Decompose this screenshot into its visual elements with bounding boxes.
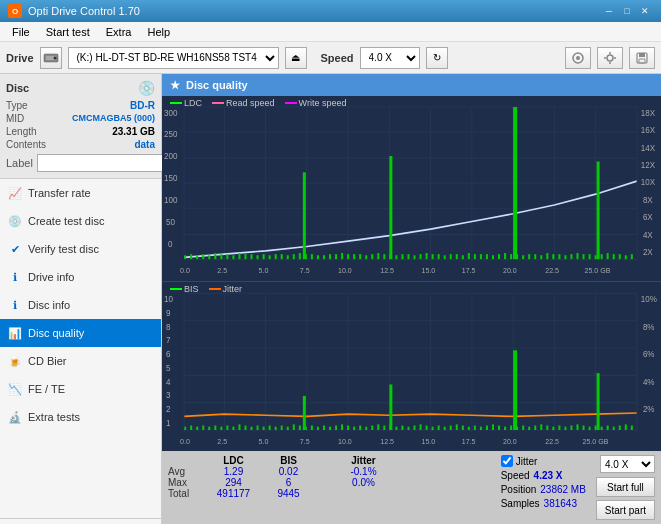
burn-button[interactable] [565,47,591,69]
status-window-button[interactable]: Status window > > [0,518,161,524]
svg-rect-254 [631,426,633,431]
refresh-button[interactable]: ↻ [426,47,448,69]
menu-help[interactable]: Help [139,24,178,40]
svg-text:15.0: 15.0 [422,265,436,274]
svg-text:17.5: 17.5 [462,437,476,447]
svg-text:6: 6 [166,349,171,360]
jitter-col-header: Jitter [336,455,391,466]
read-speed-legend: Read speed [226,98,275,108]
maximize-button[interactable]: □ [619,4,635,18]
sidebar-item-create-test-disc[interactable]: 💿 Create test disc [0,207,161,235]
start-full-button[interactable]: Start full [596,477,655,497]
svg-text:2: 2 [166,404,171,415]
disc-info-label: Disc info [28,299,70,311]
svg-rect-210 [383,426,385,431]
sidebar-item-extra-tests[interactable]: 🔬 Extra tests [0,403,161,431]
save-button[interactable] [629,47,655,69]
svg-text:2%: 2% [643,404,655,415]
start-buttons: Start full Start part [596,477,655,520]
sidebar-item-disc-quality[interactable]: 📊 Disc quality [0,319,161,347]
sidebar-item-verify-test-disc[interactable]: ✔ Verify test disc [0,235,161,263]
disc-mid-label: MID [6,113,24,124]
disc-title: Disc [6,82,29,94]
svg-rect-235 [522,426,524,431]
svg-rect-238 [540,425,542,431]
svg-rect-197 [303,396,306,430]
svg-rect-219 [432,427,434,430]
max-jitter: 0.0% [336,477,391,488]
svg-rect-241 [558,426,560,431]
speed-select-stats[interactable]: 4.0 X [600,455,655,473]
jitter-checkbox[interactable] [501,455,513,467]
sidebar-item-cd-bier[interactable]: 🍺 CD Bier [0,347,161,375]
drive-info-label: Drive info [28,271,74,283]
svg-text:1: 1 [166,417,171,428]
position-row: Position 23862 MB [501,484,586,495]
disc-quality-icon: 📊 [8,326,22,340]
svg-rect-82 [311,254,313,259]
svg-text:50: 50 [166,216,175,226]
svg-rect-200 [323,426,325,431]
minimize-button[interactable]: ─ [601,4,617,18]
svg-rect-135 [597,161,600,259]
close-button[interactable]: ✕ [637,4,653,18]
svg-rect-233 [513,351,517,431]
svg-rect-114 [492,255,494,259]
svg-rect-223 [456,425,458,431]
sidebar-item-transfer-rate[interactable]: 📈 Transfer rate [0,179,161,207]
svg-rect-240 [552,427,554,430]
sidebar-item-fe-te[interactable]: 📉 FE / TE [0,375,161,403]
svg-text:12.5: 12.5 [380,437,394,447]
svg-rect-225 [468,427,470,430]
svg-rect-230 [498,426,500,431]
stats-header-row: LDC BIS Jitter [168,455,391,466]
content-header: ★ Disc quality [162,74,661,96]
disc-label-input[interactable] [37,154,166,172]
disc-length-value: 23.31 GB [112,126,155,137]
svg-text:22.5: 22.5 [545,437,559,447]
disc-mid-row: MID CMCMAGBA5 (000) [6,113,155,124]
start-part-button[interactable]: Start part [596,500,655,520]
svg-text:12.5: 12.5 [380,265,394,274]
chart2: BIS Jitter 10 9 8 7 6 5 4 3 2 [162,282,661,451]
sidebar-item-drive-info[interactable]: ℹ Drive info [0,263,161,291]
disc-quality-label: Disc quality [28,327,84,339]
svg-rect-192 [281,426,283,431]
svg-rect-132 [595,255,597,259]
svg-rect-213 [395,427,397,430]
svg-rect-104 [438,254,440,259]
svg-rect-105 [444,255,446,259]
sidebar-item-disc-info[interactable]: ℹ Disc info [0,291,161,319]
svg-rect-187 [251,427,253,430]
svg-text:10%: 10% [641,294,657,305]
svg-text:3: 3 [166,390,171,401]
svg-rect-217 [420,425,422,431]
svg-text:300: 300 [164,107,178,117]
stats-bar: LDC BIS Jitter Avg 1.29 0.02 -0.1% Max [162,451,661,524]
svg-rect-62 [190,254,192,259]
svg-rect-136 [613,254,615,259]
stats-max-row: Max 294 6 0.0% [168,477,391,488]
create-test-disc-label: Create test disc [28,215,104,227]
svg-rect-73 [257,255,259,259]
svg-rect-88 [347,254,349,259]
svg-rect-234 [516,427,518,430]
svg-rect-222 [450,426,452,431]
menu-extra[interactable]: Extra [98,24,140,40]
speed-select[interactable]: 4.0 X [360,47,420,69]
drive-select[interactable]: (K:) HL-DT-ST BD-RE WH16NS58 TST4 [68,47,279,69]
svg-rect-227 [480,427,482,430]
settings-button[interactable] [597,47,623,69]
menu-file[interactable]: File [4,24,38,40]
svg-rect-128 [570,254,572,259]
svg-rect-116 [504,253,506,260]
svg-rect-248 [595,426,597,431]
svg-rect-205 [353,427,355,430]
svg-rect-108 [462,255,464,259]
svg-text:10X: 10X [641,177,656,187]
svg-text:8%: 8% [643,322,655,333]
eject-button[interactable]: ⏏ [285,47,307,69]
svg-rect-126 [558,254,560,259]
menu-start-test[interactable]: Start test [38,24,98,40]
svg-text:5: 5 [166,363,171,374]
